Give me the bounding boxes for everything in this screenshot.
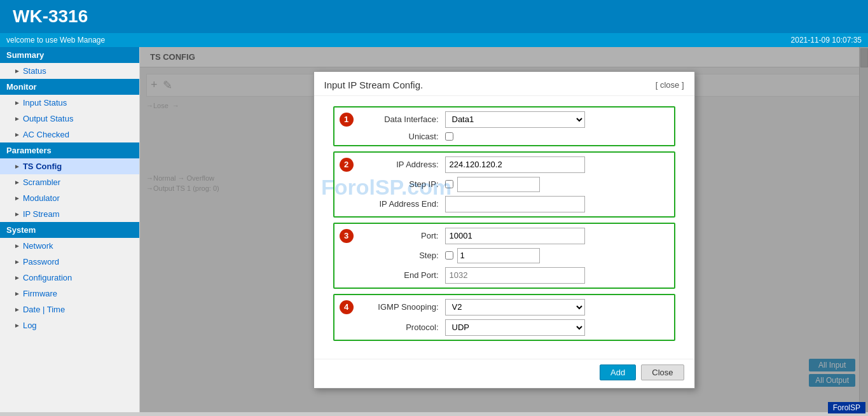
datetime-display: 2021-11-09 10:07:35 [791, 36, 862, 45]
group-port: 3 Port: Step: [333, 223, 675, 289]
form-row-ip-address: 2 IP Address: [340, 156, 669, 173]
step-group [445, 248, 540, 263]
step-label: Step: [356, 251, 445, 260]
form-row-igmp: 4 IGMP Snooping: V2 V3 Disable [340, 299, 669, 315]
brand-badge: ForolSP [828, 402, 865, 412]
badge-2: 2 [340, 158, 354, 172]
port-label: Port: [356, 231, 445, 240]
arrow-icon: ► [14, 163, 20, 170]
form-row-protocol: Protocol: UDP RTP TCP [340, 319, 669, 336]
arrow-icon: ► [14, 322, 20, 329]
step-ip-group [445, 177, 540, 192]
step-checkbox[interactable] [445, 251, 453, 260]
sidebar-item-configuration[interactable]: ► Configuration [0, 270, 139, 286]
protocol-select[interactable]: UDP RTP TCP [445, 319, 585, 336]
arrow-icon: ► [14, 211, 20, 218]
form-row-ip-address-end: IP Address End: [340, 196, 669, 212]
arrow-icon: ► [14, 258, 20, 265]
main-layout: Summary ► Status Monitor ► Input Status … [0, 47, 868, 412]
sidebar-item-ip-stream[interactable]: ► IP Stream [0, 206, 139, 222]
arrow-icon: ► [14, 306, 20, 313]
sidebar-section-monitor: Monitor [0, 79, 139, 95]
form-row-step: Step: [340, 248, 669, 263]
port-input[interactable] [445, 228, 585, 244]
sidebar: Summary ► Status Monitor ► Input Status … [0, 47, 140, 412]
group-ip-address: 2 IP Address: Step IP: [333, 151, 675, 218]
ip-address-end-label: IP Address End: [356, 199, 445, 209]
ip-address-end-input[interactable] [445, 196, 585, 212]
badge-1: 1 [340, 113, 354, 127]
arrow-icon: ► [14, 290, 20, 297]
form-row-port: 3 Port: [340, 228, 669, 244]
form-row-data-interface: 1 Data Interface: Data1 Data2 Management [340, 111, 669, 128]
step-ip-checkbox[interactable] [445, 180, 453, 188]
form-row-end-port: End Port: [340, 267, 669, 284]
igmp-select[interactable]: V2 V3 Disable [445, 299, 585, 315]
app-title: WK-3316 [13, 6, 88, 26]
ip-address-label: IP Address: [356, 160, 445, 169]
form-row-unicast: Unicast: [340, 132, 669, 141]
sidebar-item-ts-config[interactable]: ► TS Config [0, 158, 139, 174]
arrow-icon: ► [14, 274, 20, 281]
close-button[interactable]: Close [641, 364, 684, 380]
add-button[interactable]: Add [600, 364, 636, 380]
protocol-label: Protocol: [356, 322, 445, 332]
sidebar-item-password[interactable]: ► Password [0, 254, 139, 270]
sidebar-item-date-time[interactable]: ► Date | Time [0, 302, 139, 317]
sidebar-item-status[interactable]: ► Status [0, 63, 139, 79]
arrow-icon: ► [14, 67, 20, 74]
dialog-header: Input IP Stream Config. [ close ] [314, 72, 694, 96]
data-interface-label: Data Interface: [356, 114, 445, 124]
unicast-checkbox[interactable] [445, 132, 453, 141]
dialog-input-ip-stream: Input IP Stream Config. [ close ] 1 Data… [313, 71, 695, 389]
sidebar-item-scrambler[interactable]: ► Scrambler [0, 174, 139, 190]
badge-3: 3 [340, 229, 354, 243]
dialog-title: Input IP Stream Config. [324, 80, 424, 90]
arrow-icon: ► [14, 179, 20, 186]
arrow-icon: ► [14, 131, 20, 138]
arrow-icon: ► [14, 115, 20, 122]
group-data-interface: 1 Data Interface: Data1 Data2 Management… [333, 106, 675, 146]
sidebar-item-output-status[interactable]: ► Output Status [0, 111, 139, 127]
arrow-icon: ► [14, 195, 20, 202]
unicast-label: Unicast: [356, 132, 445, 141]
end-port-label: End Port: [356, 270, 445, 280]
sidebar-section-system: System [0, 222, 139, 238]
group-igmp-protocol: 4 IGMP Snooping: V2 V3 Disable Protocol: [333, 294, 675, 341]
dialog-close-link[interactable]: [ close ] [656, 80, 684, 90]
sidebar-item-ac-checked[interactable]: ► AC Checked [0, 127, 139, 142]
sidebar-section-summary: Summary [0, 47, 139, 63]
form-row-step-ip: Step IP: [340, 177, 669, 192]
subheader-bar: velcome to use Web Manage 2021-11-09 10:… [0, 33, 868, 47]
ip-address-input[interactable] [445, 156, 585, 173]
igmp-label: IGMP Snooping: [356, 302, 445, 312]
arrow-icon: ► [14, 99, 20, 106]
content-area: TS CONFIG + ✎ →Lose → →Normal → Overflow… [140, 47, 868, 412]
arrow-icon: ► [14, 242, 20, 249]
app-header: WK-3316 [0, 0, 868, 33]
sidebar-item-log[interactable]: ► Log [0, 317, 139, 333]
badge-4: 4 [340, 300, 354, 314]
sidebar-item-network[interactable]: ► Network [0, 238, 139, 254]
dialog-body: 1 Data Interface: Data1 Data2 Management… [314, 96, 694, 359]
sidebar-section-parameters: Parameters [0, 142, 139, 158]
data-interface-select[interactable]: Data1 Data2 Management [445, 111, 585, 128]
step-input[interactable] [457, 248, 540, 263]
step-ip-input[interactable] [457, 177, 540, 192]
modal-overlay: ForolSP.com Input IP Stream Config. [ cl… [140, 47, 868, 412]
step-ip-label: Step IP: [356, 179, 445, 189]
welcome-text: velcome to use Web Manage [6, 36, 105, 45]
sidebar-item-modulator[interactable]: ► Modulator [0, 190, 139, 206]
sidebar-item-input-status[interactable]: ► Input Status [0, 95, 139, 111]
sidebar-item-firmware[interactable]: ► Firmware [0, 286, 139, 302]
dialog-footer: Add Close [314, 359, 694, 388]
end-port-input[interactable] [445, 267, 585, 284]
